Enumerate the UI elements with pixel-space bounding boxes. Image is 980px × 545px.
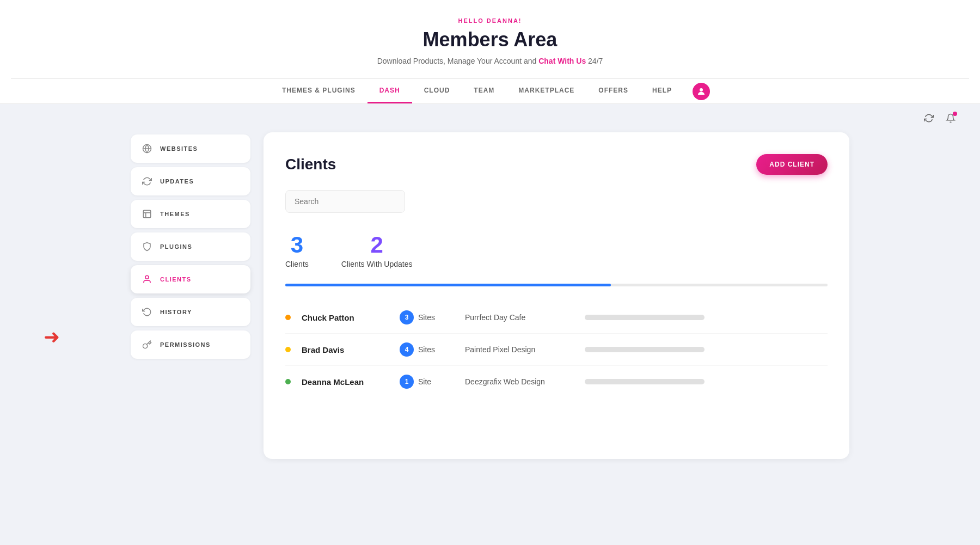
greeting: HELLO DEANNA! (11, 17, 969, 24)
client-redacted (585, 315, 705, 320)
page-title: Members Area (11, 28, 969, 51)
refresh-icon[interactable] (921, 111, 936, 126)
sidebar-item-history[interactable]: HISTORY (131, 298, 250, 326)
content-area: Clients ADD CLIENT 3 Clients 2 Clients W… (264, 132, 849, 459)
tab-help[interactable]: HELP (640, 79, 684, 103)
tab-cloud[interactable]: CLOUD (412, 79, 462, 103)
sidebar-item-label: HISTORY (160, 309, 192, 315)
sites-badge: 1 Site (400, 375, 454, 389)
client-company: Painted Pixel Design (465, 345, 574, 354)
client-redacted (585, 379, 705, 384)
header: HELLO DEANNA! Members Area Download Prod… (0, 0, 980, 104)
svg-point-6 (145, 275, 149, 279)
sidebar-item-label: WEBSITES (160, 145, 198, 152)
toolbar (0, 104, 980, 132)
status-dot (285, 347, 291, 352)
sidebar-item-websites[interactable]: WEBSITES (131, 134, 250, 163)
sites-count: 4 (400, 342, 414, 357)
content-title: Clients (285, 156, 336, 173)
sites-label: Sites (418, 313, 435, 322)
sites-badge: 3 Sites (400, 310, 454, 324)
layout-icon (142, 209, 152, 219)
sidebar-item-plugins[interactable]: PLUGINS (131, 232, 250, 261)
client-name: Chuck Patton (302, 313, 389, 322)
sidebar-item-label: PERMISSIONS (160, 341, 211, 348)
table-row[interactable]: Chuck Patton 3 Sites Purrfect Day Cafe (285, 302, 828, 334)
sidebar-item-label: UPDATES (160, 178, 194, 185)
nav-tabs: THEMES & PLUGINS DASH CLOUD TEAM MARKETP… (11, 78, 969, 103)
globe-icon (142, 143, 152, 154)
clients-count: 3 (285, 232, 309, 258)
sidebar-item-clients[interactable]: CLIENTS (131, 265, 250, 293)
status-dot (285, 379, 291, 384)
sites-count: 1 (400, 375, 414, 389)
add-client-button[interactable]: ADD CLIENT (756, 154, 828, 175)
stat-clients: 3 Clients (285, 232, 309, 268)
user-icon (142, 274, 152, 285)
client-list: Chuck Patton 3 Sites Purrfect Day Cafe B… (285, 302, 828, 397)
clients-updates-count: 2 (341, 232, 413, 258)
main-layout: WEBSITES UPDATES THEMES PLUGINS CLIENTS (109, 132, 871, 481)
sites-label: Sites (418, 345, 435, 354)
table-row[interactable]: Deanna McLean 1 Site Deezgrafix Web Desi… (285, 366, 828, 397)
sites-badge: 4 Sites (400, 342, 454, 357)
sidebar-item-label: CLIENTS (160, 276, 192, 283)
notification-icon[interactable] (943, 111, 958, 126)
stat-clients-updates: 2 Clients With Updates (341, 232, 413, 268)
avatar[interactable] (693, 83, 710, 100)
svg-rect-3 (143, 210, 151, 218)
clients-updates-label: Clients With Updates (341, 260, 413, 268)
tab-dash[interactable]: DASH (367, 79, 412, 103)
sidebar-item-label: PLUGINS (160, 243, 192, 250)
tab-marketplace[interactable]: MARKETPLACE (506, 79, 586, 103)
sites-count: 3 (400, 310, 414, 324)
svg-point-0 (700, 88, 703, 91)
tab-themes-plugins[interactable]: THEMES & PLUGINS (270, 79, 367, 103)
status-dot (285, 315, 291, 320)
chat-link[interactable]: Chat With Us (538, 57, 586, 65)
client-redacted (585, 347, 705, 352)
table-row[interactable]: Brad Davis 4 Sites Painted Pixel Design (285, 334, 828, 366)
content-header: Clients ADD CLIENT (285, 154, 828, 175)
sidebar-item-updates[interactable]: UPDATES (131, 167, 250, 195)
sidebar: WEBSITES UPDATES THEMES PLUGINS CLIENTS (131, 132, 250, 459)
client-name: Brad Davis (302, 345, 389, 354)
progress-bar-container (285, 284, 828, 286)
progress-bar-fill (285, 284, 611, 286)
stats-row: 3 Clients 2 Clients With Updates (285, 232, 828, 268)
tab-offers[interactable]: OFFERS (586, 79, 640, 103)
tab-team[interactable]: TEAM (462, 79, 506, 103)
search-input[interactable] (285, 190, 405, 213)
sidebar-item-label: THEMES (160, 211, 190, 217)
sidebar-item-permissions[interactable]: PERMISSIONS (131, 330, 250, 359)
shield-icon (142, 241, 152, 252)
arrow-indicator: ➜ (44, 326, 60, 348)
sidebar-item-themes[interactable]: THEMES (131, 200, 250, 228)
refresh-icon (142, 176, 152, 187)
client-company: Deezgrafix Web Design (465, 377, 574, 386)
history-icon (142, 307, 152, 317)
notification-dot (953, 112, 957, 116)
clients-label: Clients (285, 260, 309, 268)
sites-label: Site (418, 377, 431, 386)
subtitle: Download Products, Manage Your Account a… (11, 57, 969, 65)
key-icon (142, 339, 152, 350)
client-name: Deanna McLean (302, 377, 389, 387)
client-company: Purrfect Day Cafe (465, 313, 574, 322)
